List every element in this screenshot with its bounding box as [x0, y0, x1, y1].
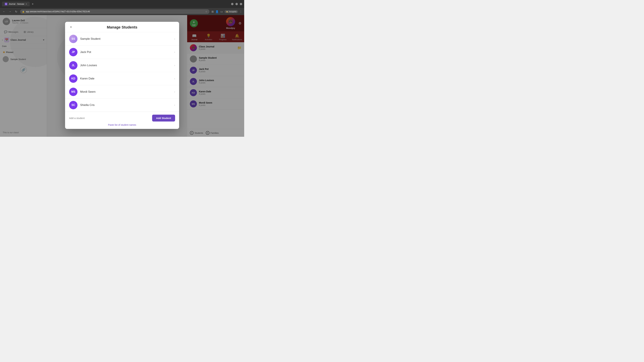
bookmark-icon[interactable]: ☆ — [205, 10, 208, 13]
modal-overlay[interactable]: × Manage Students SS Sample Student › JP… — [0, 15, 244, 137]
sample-student-list-avatar: SS — [69, 35, 78, 43]
modal-header: × Manage Students — [65, 22, 179, 32]
back-button[interactable]: ← — [2, 9, 6, 13]
john-louises-chevron: › — [174, 64, 175, 67]
url-bar-row: ← → ↻ 🔒 app.seesaw.me/#/class/class.e01b… — [0, 8, 244, 15]
mordi-seem-list-item[interactable]: MS Mordi Seem › — [65, 85, 179, 98]
john-louises-list-avatar: JL — [69, 61, 78, 69]
mordi-seem-list-avatar: MS — [69, 88, 78, 96]
lock-icon: 🔒 — [22, 10, 24, 13]
sample-student-list-name: Sample Student — [80, 37, 172, 40]
forward-button[interactable]: → — [8, 9, 12, 13]
shiella-cris-list-item[interactable]: SC Shiella Cris › — [65, 98, 179, 112]
tab-close-button[interactable]: × — [26, 3, 27, 5]
paste-list-link[interactable]: Paste list of student names — [108, 123, 136, 126]
modal-body: SS Sample Student › JP Jack Pot › JL Joh… — [65, 32, 179, 112]
shiella-cris-list-avatar: SC — [69, 101, 78, 109]
close-button[interactable] — [240, 3, 242, 5]
sample-student-chevron: › — [174, 37, 175, 40]
modal-footer: Add Student Paste list of student names — [65, 112, 179, 129]
modal-title: Manage Students — [107, 25, 137, 29]
screen-cast-icon[interactable]: ▭ — [220, 10, 223, 13]
footer-input-row: Add Student — [69, 115, 175, 121]
add-student-input[interactable] — [69, 115, 150, 121]
jack-pot-chevron: › — [174, 51, 175, 54]
karen-dale-list-avatar: KD — [69, 74, 78, 83]
new-tab-button[interactable]: + — [32, 2, 34, 6]
john-louises-list-name: John Louises — [80, 64, 172, 67]
url-text: app.seesaw.me/#/class/class.e01bf4c2-9a2… — [26, 10, 204, 13]
menu-icon[interactable]: ⋮ — [240, 10, 242, 13]
browser-icons: ⊞ 👤 ▭ 🕵 Incognito ⋮ — [212, 10, 242, 13]
modal-close-button[interactable]: × — [68, 24, 74, 29]
shiella-cris-chevron: › — [174, 104, 175, 107]
jack-pot-list-item[interactable]: JP Jack Pot › — [65, 45, 179, 59]
jack-pot-list-avatar: JP — [69, 48, 78, 56]
mordi-seem-chevron: › — [174, 90, 175, 93]
karen-dale-chevron: › — [174, 77, 175, 80]
tab-title: Journal - Seesaw — [9, 3, 24, 5]
john-louises-list-item[interactable]: JL John Louises › — [65, 59, 179, 72]
profile-icon[interactable]: 👤 — [215, 10, 219, 13]
jack-pot-list-name: Jack Pot — [80, 50, 172, 54]
incognito-badge: 🕵 Incognito — [224, 10, 238, 13]
manage-students-modal: × Manage Students SS Sample Student › JP… — [65, 22, 179, 129]
browser-tab[interactable]: S Journal - Seesaw × — [2, 2, 30, 6]
karen-dale-list-item[interactable]: KD Karen Dale › — [65, 72, 179, 85]
window-controls — [231, 3, 242, 5]
add-student-button[interactable]: Add Student — [152, 115, 175, 121]
shiella-cris-list-name: Shiella Cris — [80, 103, 172, 107]
extensions-icon[interactable]: ⊞ — [212, 10, 214, 13]
sample-student-list-item[interactable]: SS Sample Student › — [65, 32, 179, 45]
karen-dale-list-name: Karen Dale — [80, 77, 172, 80]
tab-favicon: S — [5, 3, 8, 5]
maximize-button[interactable] — [236, 3, 238, 5]
url-bar[interactable]: 🔒 app.seesaw.me/#/class/class.e01bf4c2-9… — [20, 9, 210, 14]
mordi-seem-list-name: Mordi Seem — [80, 90, 172, 93]
minimize-button[interactable] — [231, 3, 234, 5]
refresh-button[interactable]: ↻ — [14, 9, 18, 13]
browser-chrome: S Journal - Seesaw × + — [0, 0, 244, 8]
